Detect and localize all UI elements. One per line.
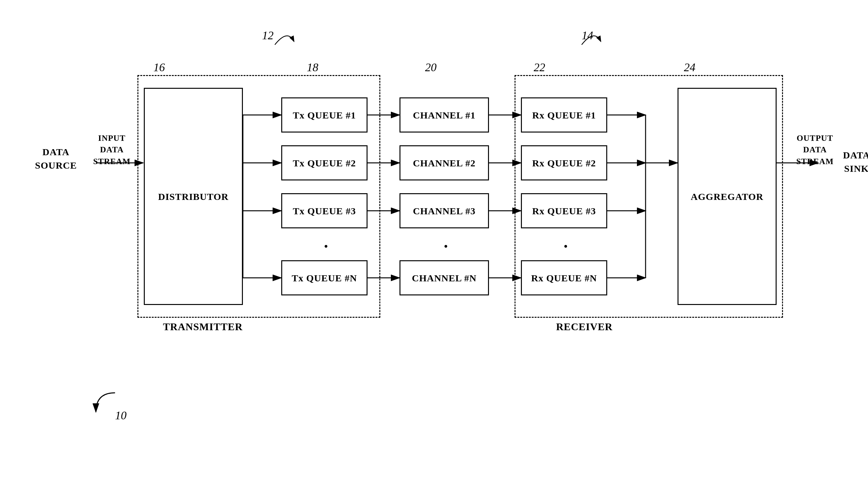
diagram-container: 12 14 16 18 20 22 24 TRANSMITTER RECEIVE… (19, 19, 844, 466)
distributor-box: DISTRIBUTOR (144, 88, 243, 305)
channel-1-box: CHANNEL #1 (400, 97, 489, 133)
tx-queue-3-label: Tx QUEUE #3 (293, 205, 356, 217)
ref-18: 18 (307, 61, 318, 74)
channel-n-box: CHANNEL #N (400, 260, 489, 295)
tx-queue-1-box: Tx QUEUE #1 (281, 97, 368, 133)
channel-3-box: CHANNEL #3 (400, 193, 489, 228)
channel-n-label: CHANNEL #N (412, 272, 477, 284)
tx-queue-3-box: Tx QUEUE #3 (281, 193, 368, 228)
rx-queue-3-label: Rx QUEUE #3 (532, 205, 596, 217)
data-sink-label: DATASINK (831, 149, 868, 175)
channel-2-label: CHANNEL #2 (413, 157, 475, 169)
channel-2-box: CHANNEL #2 (400, 145, 489, 181)
rx-queue-1-box: Rx QUEUE #1 (521, 97, 607, 133)
data-source-label: DATA SOURCE (29, 145, 83, 172)
tx-queue-n-box: Tx QUEUE #N (281, 260, 368, 295)
rx-queue-2-label: Rx QUEUE #2 (532, 157, 596, 169)
aggregator-box: AGGREGATOR (678, 88, 777, 305)
tx-queue-n-label: Tx QUEUE #N (292, 272, 357, 284)
rx-queue-2-box: Rx QUEUE #2 (521, 145, 607, 181)
receiver-label: RECEIVER (556, 321, 613, 333)
rx-queue-3-box: Rx QUEUE #3 (521, 193, 607, 228)
tx-queue-2-label: Tx QUEUE #2 (293, 157, 356, 169)
ref-10-arrow (90, 386, 128, 425)
ref-12-arrow (243, 26, 307, 51)
tx-queue-1-label: Tx QUEUE #1 (293, 109, 356, 121)
rx-queue-1-label: Rx QUEUE #1 (532, 109, 596, 121)
rx-queue-n-label: Rx QUEUE #N (531, 272, 597, 284)
ref-24: 24 (684, 61, 695, 74)
aggregator-label: AGGREGATOR (691, 190, 763, 203)
ref-14-arrow (562, 26, 626, 51)
channel-1-label: CHANNEL #1 (413, 109, 475, 121)
tx-queue-2-box: Tx QUEUE #2 (281, 145, 368, 181)
input-data-stream-label: INPUTDATASTREAM (83, 133, 141, 167)
channel-3-label: CHANNEL #3 (413, 205, 475, 217)
ref-20: 20 (425, 61, 437, 74)
distributor-label: DISTRIBUTOR (158, 190, 229, 203)
transmitter-label: TRANSMITTER (163, 321, 243, 333)
ref-22: 22 (534, 61, 545, 74)
rx-queue-n-box: Rx QUEUE #N (521, 260, 607, 295)
ref-16: 16 (153, 61, 165, 74)
